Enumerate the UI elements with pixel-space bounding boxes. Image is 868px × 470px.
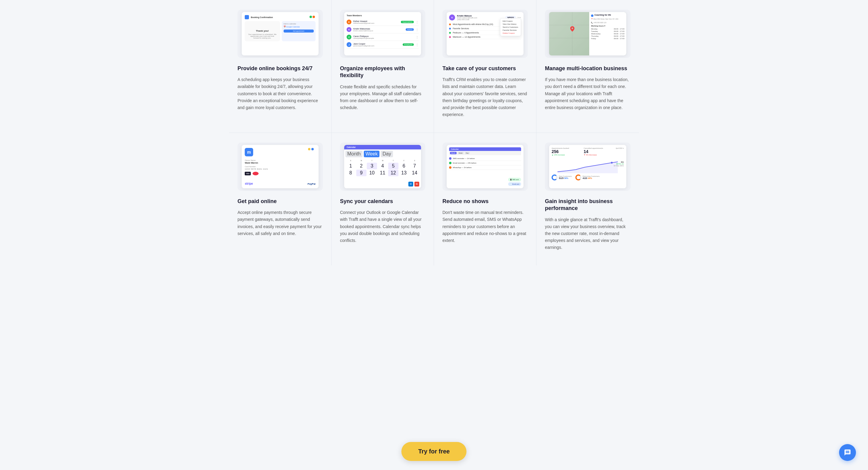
feature-insights: Appointments booked 256 ▲ 14% increase C… [536,133,639,265]
mock-team-ui: Team Members E Esther Howard estherhowar… [344,12,421,56]
mock-reminders-ui: Calendar Month Week Day SMS reminder — 1… [447,145,524,188]
cal-d13[interactable]: 13 [399,169,409,176]
feature-calendars: Calendar Month Week Day S M T W T [332,133,434,265]
paypal-logo: PayPal [308,183,315,185]
new-customers-value: 5125 [559,177,564,179]
menu-edit-coupon[interactable]: Edit Coupon [501,20,520,23]
feature-noshows: Calendar Month Week Day SMS reminder — 1… [434,133,536,265]
crm-email: kristin.watson@trafft.com [457,17,477,19]
donut-new-customers: New Customers 5125 56% [552,175,572,181]
crm-phone: (250) 555-2156 [457,19,477,21]
feature-title-employees: Organize employees with flexibility [340,65,425,79]
calendar-header: Calendar [344,145,421,150]
cal-d6[interactable]: 6 [399,163,409,169]
feature-desc-insights: With a single glance at Trafft's dashboa… [545,216,630,251]
cal-d10[interactable]: 10 [367,169,377,176]
feature-image-noshows: Calendar Month Week Day SMS reminder — 1… [442,143,528,191]
hours-wednesday: Wednesday09:00 - 17:00 [591,33,624,35]
feature-image-bookings: Booking Confirmation Thank you! Your app… [238,10,323,58]
feature-desc-calendars: Connect your Outlook or Google Calendar … [340,209,425,244]
hours-monday: Monday09:00 - 17:00 [591,28,624,30]
reminder-dot-3 [449,166,452,169]
more-options-icon-4[interactable]: ⋮ [415,43,418,46]
new-customers-pct: 56% [564,177,568,179]
feature-image-employees: Team Members E Esther Howard estherhowar… [340,10,425,58]
day-wed: W [377,160,388,161]
cal-d9[interactable]: 9 [356,169,367,176]
stat-cancelled-change: ▼ 5% Decrease [584,154,612,156]
location-dot [591,14,593,17]
coin-icon-2 [311,148,314,150]
menu-view-history[interactable]: View Use History [501,23,520,26]
cal-d5[interactable]: 5 [388,163,398,169]
day-fri: F [399,160,409,161]
cal-tab-month[interactable]: Month [345,151,362,157]
feature-bookings: Booking Confirmation Thank you! Your app… [229,0,332,133]
reminders-week-tab[interactable]: Week [458,152,464,154]
service-dot-1 [449,24,451,25]
calendar-label: Google Calendar [286,26,300,28]
avatar-1: E [347,20,351,24]
returning-customers-value: 4123 [583,177,587,179]
cal-d1[interactable]: 1 [345,163,355,169]
cal-d4[interactable]: 4 [377,163,388,169]
calendar-days: 1 2 3 4 5 6 7 8 9 10 11 12 13 [345,163,420,176]
mock-calendar-ui: Calendar Month Week Day S M T W T [344,145,421,188]
reminder-1: SMS reminder — 1h before [449,156,521,161]
donut-new-icon [552,175,558,181]
menu-delete-coupon[interactable]: Delete Coupon [501,32,520,35]
service-dot-4 [449,36,451,38]
feature-title-insights: Gain insight into business performance [545,198,630,212]
more-options-icon-3[interactable]: ⋮ [415,36,418,39]
cal-tab-day[interactable]: Day [381,151,393,157]
cal-d3[interactable]: 3 [367,163,377,169]
reminders-day-tab[interactable]: Day [465,152,470,154]
cal-d11[interactable]: 11 [377,169,388,176]
analytics-period: April 2022 ▾ [616,147,624,149]
stat-cancelled: Cancelled appointments 14 ▼ 5% Decrease [584,147,612,156]
reminder-3: WhatsApp — 2h before [449,165,521,170]
reminders-month-tab[interactable]: Month [450,152,457,154]
team-row-4: J Jane Cooper janecooper12@gmail.com Emp… [347,41,418,49]
day-thu: T [388,160,398,161]
analytics-chart: 451 $8451.31 10 Sep 2021 [552,158,624,173]
stripe-logo: stripe [245,182,253,185]
feature-employees: Team Members E Esther Howard estherhowar… [332,0,434,133]
cal-d12[interactable]: 12 [388,169,398,176]
map-pin-icon [570,26,575,32]
map-address: 📍 West 34th Street, New York, NY, USA [591,18,624,20]
avatar-4: J [347,42,351,47]
badge-admin: Admin [406,28,414,31]
more-options-icon-2[interactable]: ⋮ [415,28,418,31]
google-icon: G [414,182,419,187]
donut-charts-row: New Customers 5125 56% Returning Custome… [552,175,624,181]
more-options-icon[interactable]: ⋮ [415,21,418,24]
avatar-3: C [347,35,351,39]
feature-desc-employees: Create flexible and specific schedules f… [340,84,425,111]
crm-customer-name: Kristin Watson [457,15,477,17]
feature-desc-multilocation: If you have more than one business locat… [545,76,630,111]
cal-d2[interactable]: 2 [356,163,367,169]
chart-date: 10 Sep 2021 [614,165,624,167]
add-appointment-btn[interactable]: Add appointment [284,30,314,33]
features-grid: Booking Confirmation Thank you! Your app… [229,0,639,265]
owner-name-value: Wade Warren [245,162,315,164]
cal-d14[interactable]: 14 [409,169,420,176]
team-row-2: K Kristin Watsonsas kristin.watson@timez… [347,26,418,33]
cal-d8[interactable]: 8 [345,169,355,176]
feature-payments: m Owner Name: Wade Warren Card Number: 1… [229,133,332,265]
stat-booked-change: ▲ 14% increase [552,154,580,156]
booking-sub-text: Your appointment is scheduled. We apprec… [247,33,277,39]
menu-favorite-services[interactable]: Favorite Services [501,29,520,32]
menu-send-to-customers[interactable]: Send to Customers [501,26,520,29]
feature-title-customers: Take care of your customers [442,65,528,72]
owner-name-label: Owner Name: [245,159,315,161]
calendar-tabs-row: Month Week Day [344,150,421,158]
cal-tab-week[interactable]: Week [364,151,380,157]
donut-returning-icon [575,175,581,181]
returning-customers-pct: 44% [588,177,592,179]
svg-point-4 [611,162,613,164]
reminder-dot-2 [449,162,452,164]
cal-d7[interactable]: 7 [409,163,420,169]
sms-bubble: 📱 SMS sent [508,178,521,181]
